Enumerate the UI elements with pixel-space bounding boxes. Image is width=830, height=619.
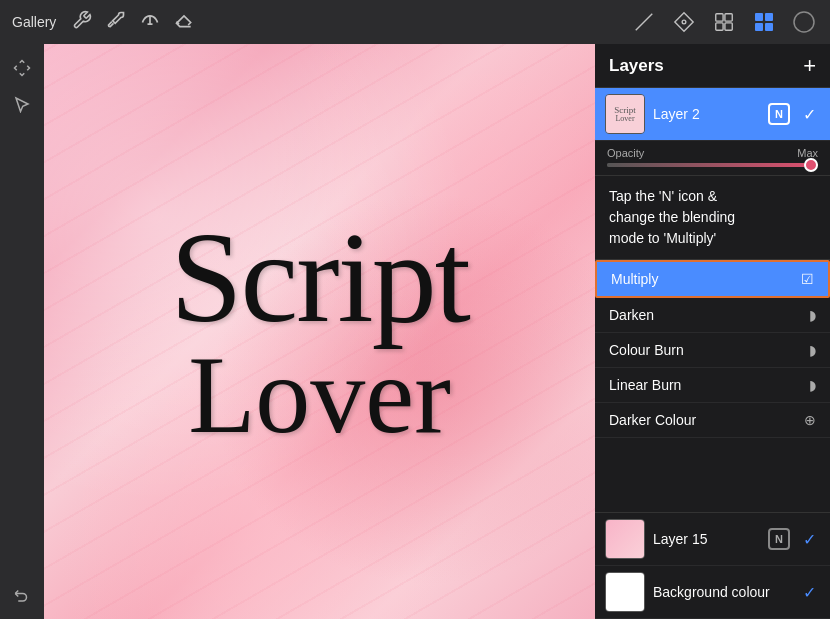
toolbar-right bbox=[630, 8, 818, 36]
pencil-line-icon[interactable] bbox=[630, 8, 658, 36]
blend-mode-darker-colour-label: Darker Colour bbox=[609, 412, 696, 428]
svg-rect-9 bbox=[765, 23, 773, 31]
svg-rect-6 bbox=[755, 13, 763, 21]
layer-15-name: Layer 15 bbox=[653, 531, 760, 547]
top-toolbar: Gallery bbox=[0, 0, 830, 44]
blend-mode-linear-burn[interactable]: Linear Burn ◗ bbox=[595, 368, 830, 403]
svg-rect-3 bbox=[725, 14, 732, 21]
transform-tool[interactable] bbox=[6, 52, 38, 84]
background-colour-thumbnail bbox=[605, 572, 645, 612]
toolbar-icons bbox=[72, 10, 194, 35]
opacity-fill bbox=[607, 163, 818, 167]
blend-mode-darken-label: Darken bbox=[609, 307, 654, 323]
layer-15-mode-button[interactable]: N bbox=[768, 528, 790, 550]
select-tool[interactable] bbox=[6, 88, 38, 120]
color-picker-icon[interactable] bbox=[790, 8, 818, 36]
blend-modes-list: Multiply ☑ Darken ◗ Colour Burn ◗ Linear… bbox=[595, 260, 830, 512]
script-line1: Script bbox=[170, 219, 469, 336]
blend-mode-darken-icon: ◗ bbox=[809, 307, 816, 323]
blend-mode-multiply-icon: ☑ bbox=[801, 271, 814, 287]
layers-panel-icon[interactable] bbox=[750, 8, 778, 36]
toolbar-left: Gallery bbox=[12, 10, 194, 35]
instruction-box: Tap the 'N' icon &change the blendingmod… bbox=[595, 176, 830, 260]
layer-2-mode-button[interactable]: N bbox=[768, 103, 790, 125]
main-area: Script Lover Layers + Script Lover Layer… bbox=[0, 44, 830, 619]
opacity-labels: Opacity Max bbox=[607, 147, 818, 159]
smudge-icon[interactable] bbox=[140, 10, 160, 35]
layers-header: Layers + bbox=[595, 44, 830, 88]
undo-button[interactable] bbox=[6, 579, 38, 611]
wrench-icon[interactable] bbox=[72, 10, 92, 35]
blend-mode-colour-burn-icon: ◗ bbox=[809, 342, 816, 358]
layer-2-item[interactable]: Script Lover Layer 2 N ✓ bbox=[595, 88, 830, 141]
blend-mode-colour-burn[interactable]: Colour Burn ◗ bbox=[595, 333, 830, 368]
svg-point-10 bbox=[794, 12, 814, 32]
background-colour-name: Background colour bbox=[653, 584, 790, 600]
blend-mode-darker-colour[interactable]: Darker Colour ⊕ bbox=[595, 403, 830, 438]
opacity-label: Opacity bbox=[607, 147, 644, 159]
pen-nib-icon[interactable] bbox=[670, 8, 698, 36]
blend-mode-linear-burn-icon: ◗ bbox=[809, 377, 816, 393]
opacity-area: Opacity Max bbox=[595, 141, 830, 176]
brush-icon[interactable] bbox=[106, 10, 126, 35]
layer-2-name: Layer 2 bbox=[653, 106, 760, 122]
blend-mode-multiply-label: Multiply bbox=[611, 271, 658, 287]
selection-icon[interactable] bbox=[710, 8, 738, 36]
background-colour-item[interactable]: Background colour ✓ bbox=[595, 566, 830, 619]
canvas-artwork: Script Lover bbox=[44, 44, 595, 619]
background-colour-visibility-check[interactable]: ✓ bbox=[798, 581, 820, 603]
opacity-thumb[interactable] bbox=[804, 158, 818, 172]
instruction-text: Tap the 'N' icon &change the blendingmod… bbox=[609, 186, 816, 249]
gallery-button[interactable]: Gallery bbox=[12, 14, 56, 30]
script-line2: Lover bbox=[188, 346, 451, 445]
opacity-max-label: Max bbox=[797, 147, 818, 159]
layer-15-visibility-check[interactable]: ✓ bbox=[798, 528, 820, 550]
svg-point-1 bbox=[682, 20, 686, 24]
blend-mode-darken[interactable]: Darken ◗ bbox=[595, 298, 830, 333]
layers-title: Layers bbox=[609, 56, 664, 76]
svg-rect-7 bbox=[765, 13, 773, 21]
svg-rect-4 bbox=[716, 23, 723, 30]
canvas-area: Script Lover bbox=[44, 44, 595, 619]
layer-15-item[interactable]: Layer 15 N ✓ bbox=[595, 513, 830, 566]
opacity-slider[interactable] bbox=[607, 163, 818, 167]
blend-mode-multiply[interactable]: Multiply ☑ bbox=[595, 260, 830, 298]
svg-rect-5 bbox=[725, 23, 732, 30]
blend-mode-colour-burn-label: Colour Burn bbox=[609, 342, 684, 358]
eraser-icon[interactable] bbox=[174, 10, 194, 35]
layer-15-thumbnail bbox=[605, 519, 645, 559]
layer-2-thumbnail: Script Lover bbox=[605, 94, 645, 134]
svg-rect-2 bbox=[716, 14, 723, 21]
svg-rect-8 bbox=[755, 23, 763, 31]
layers-panel: Layers + Script Lover Layer 2 N ✓ Opacit… bbox=[595, 44, 830, 619]
blend-mode-linear-burn-label: Linear Burn bbox=[609, 377, 681, 393]
svg-line-0 bbox=[636, 14, 653, 31]
left-tools-panel bbox=[0, 44, 44, 619]
bottom-layers: Layer 15 N ✓ Background colour ✓ bbox=[595, 512, 830, 619]
add-layer-button[interactable]: + bbox=[803, 55, 816, 77]
layer-2-visibility-check[interactable]: ✓ bbox=[798, 103, 820, 125]
blend-mode-darker-colour-icon: ⊕ bbox=[804, 412, 816, 428]
